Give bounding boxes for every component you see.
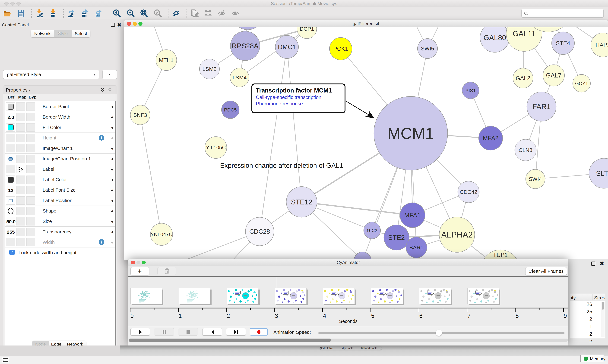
- column-divider[interactable]: [592, 294, 593, 300]
- network-node-LSM2[interactable]: LSM2: [199, 59, 220, 79]
- playhead-top[interactable]: [277, 277, 277, 287]
- bypass-cell[interactable]: [27, 165, 35, 173]
- export-table-icon[interactable]: [81, 9, 89, 17]
- search-input[interactable]: [531, 10, 600, 17]
- info-icon[interactable]: i: [99, 239, 104, 245]
- timeline-frame-2[interactable]: [179, 288, 210, 304]
- property-row-border-width[interactable]: 2.0Border Width◂: [5, 112, 115, 122]
- bypass-cell[interactable]: [27, 228, 35, 236]
- close-panel-icon[interactable]: ✖: [599, 260, 604, 267]
- expand-property-icon[interactable]: ◂: [111, 167, 113, 172]
- collapse-all-icon[interactable]: [107, 87, 112, 93]
- mapping-cell[interactable]: [16, 176, 25, 184]
- play-button[interactable]: [130, 328, 150, 336]
- network-node-CDC42[interactable]: CDC42: [458, 181, 479, 203]
- network-node-n_top1[interactable]: [232, 27, 264, 30]
- bypass-cell[interactable]: [27, 144, 35, 152]
- mapping-cell[interactable]: [16, 103, 25, 111]
- network-node-GAL7[interactable]: GAL7: [543, 65, 565, 86]
- table-cell[interactable]: 26: [570, 301, 592, 309]
- network-node-FAR1[interactable]: FAR1: [527, 92, 556, 121]
- animation-speed-slider[interactable]: [318, 332, 565, 334]
- default-value-cell[interactable]: [6, 155, 15, 163]
- default-value-cell[interactable]: [6, 123, 15, 131]
- default-value-cell[interactable]: [6, 238, 15, 246]
- network-window-titlebar[interactable]: galFiltered.sif: [124, 20, 608, 27]
- bypass-cell[interactable]: [27, 196, 35, 205]
- property-row-label-position[interactable]: Label Position◂: [5, 195, 115, 206]
- timeline-frame-5[interactable]: [323, 288, 355, 304]
- expand-property-icon[interactable]: ◂: [111, 146, 113, 151]
- bypass-cell[interactable]: [27, 176, 35, 184]
- mapping-cell[interactable]: [16, 165, 25, 173]
- clear-all-frames-button[interactable]: Clear All Frames: [525, 267, 567, 275]
- network-node-SLT2[interactable]: SLT2: [589, 158, 608, 188]
- pause-button[interactable]: [154, 328, 174, 336]
- stop-button[interactable]: [178, 328, 198, 336]
- default-value-cell[interactable]: 255: [6, 228, 15, 236]
- refresh-layout-icon[interactable]: [172, 9, 180, 17]
- property-row-border-paint[interactable]: Border Paint◂: [5, 101, 115, 112]
- network-node-STE12[interactable]: STE12: [286, 187, 317, 217]
- network-node-GIC2[interactable]: GIC2: [364, 222, 380, 239]
- network-node-GAL2[interactable]: GAL2: [513, 68, 533, 88]
- save-session-icon[interactable]: [17, 9, 25, 17]
- network-node-MCM1[interactable]: MCM1: [374, 96, 448, 170]
- expand-property-icon[interactable]: ◂: [111, 188, 113, 193]
- open-session-icon[interactable]: [3, 9, 11, 17]
- timeline-frame-1[interactable]: [130, 288, 162, 304]
- default-value-cell[interactable]: [6, 165, 15, 173]
- network-node-PIS1[interactable]: PIS1: [462, 82, 479, 99]
- style-options-button[interactable]: ▾: [102, 70, 117, 79]
- expand-property-icon[interactable]: ◂: [111, 177, 113, 182]
- expand-property-icon[interactable]: ◂: [111, 104, 113, 109]
- network-node-RPS28A[interactable]: RPS28A: [230, 31, 260, 61]
- network-node-SNF3[interactable]: SNF3: [130, 105, 150, 125]
- timeline-frame-8[interactable]: [467, 288, 499, 304]
- property-row-shape[interactable]: Shape◂: [5, 206, 115, 216]
- network-canvas[interactable]: DCP1 RPS28A DMC1 PCK1 SWI5 GAL80 GAL11 S…: [124, 27, 608, 260]
- property-row-fill-color[interactable]: Fill Color◂: [5, 122, 115, 133]
- property-row-image-chart-1[interactable]: Image/Chart 1◂: [5, 143, 115, 154]
- property-row-height[interactable]: Height◂i: [5, 133, 115, 143]
- tab-select[interactable]: Select: [72, 30, 90, 37]
- network-node-DCP1[interactable]: DCP1: [297, 27, 317, 39]
- default-value-cell[interactable]: [6, 134, 15, 142]
- tab-edge-table[interactable]: Edge Table: [341, 347, 361, 350]
- expand-property-icon[interactable]: ◂: [111, 229, 113, 234]
- expand-property-icon[interactable]: ◂: [111, 156, 113, 161]
- network-node-GCY1[interactable]: GCY1: [573, 75, 590, 92]
- memory-button[interactable]: Memory: [580, 355, 604, 362]
- expand-property-icon[interactable]: ◂: [111, 240, 113, 245]
- zoom-fit-icon[interactable]: [140, 9, 148, 17]
- bypass-cell[interactable]: [27, 186, 35, 194]
- task-history-icon[interactable]: [1, 357, 9, 363]
- table-cell[interactable]: 25: [570, 309, 592, 316]
- network-node-SWI5[interactable]: SWI5: [417, 39, 438, 59]
- timeline-frame-3[interactable]: [227, 288, 258, 304]
- property-row-size[interactable]: 50.0Size◂: [5, 216, 115, 227]
- properties-header[interactable]: Properties ▾: [3, 86, 117, 94]
- export-image-icon[interactable]: [94, 9, 103, 17]
- default-value-cell[interactable]: [6, 144, 15, 152]
- network-node-LSM4[interactable]: LSM4: [230, 68, 249, 87]
- tab-network-table[interactable]: Network Table: [361, 347, 382, 350]
- search-box[interactable]: [521, 9, 604, 18]
- network-node-TUP1[interactable]: TUP1: [481, 250, 519, 260]
- table-header[interactable]: ity Stres: [570, 294, 605, 301]
- record-button[interactable]: [250, 328, 268, 336]
- annotation-link[interactable]: Cell-type-specific transcription: [256, 94, 345, 101]
- mapping-cell[interactable]: [16, 113, 25, 121]
- table-cell[interactable]: 1: [570, 324, 592, 331]
- tab-style[interactable]: Style: [54, 30, 72, 37]
- annotation-box[interactable]: Transcription factor MCM1 Cell-type-spec…: [251, 83, 345, 113]
- default-value-cell[interactable]: [6, 207, 15, 215]
- vertical-scrollbar[interactable]: [601, 302, 605, 337]
- bypass-cell[interactable]: [27, 238, 35, 246]
- import-network-icon[interactable]: [35, 9, 43, 17]
- mapping-cell[interactable]: [16, 207, 25, 215]
- lock-size-checkbox[interactable]: ✓: [9, 250, 15, 255]
- tab-network[interactable]: Network: [31, 30, 54, 37]
- mapping-cell[interactable]: [16, 186, 25, 194]
- mapping-cell[interactable]: [16, 228, 25, 236]
